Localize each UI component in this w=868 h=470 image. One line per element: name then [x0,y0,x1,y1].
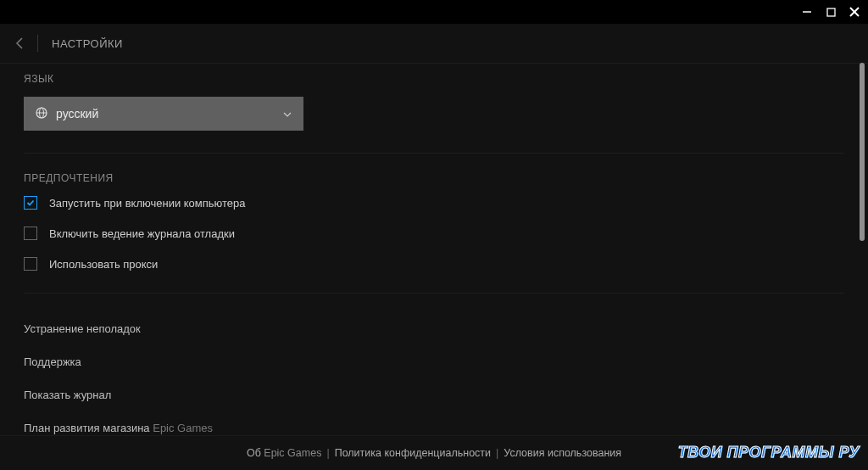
footer-privacy[interactable]: Политика конфиденциальности [335,447,491,459]
pref-debug-log[interactable]: Включить ведение журнала отладки [24,227,844,240]
maximize-button[interactable] [824,5,837,19]
pref-label: Запустить при включении компьютера [49,197,246,210]
titlebar [0,0,868,24]
footer-about[interactable]: Об Epic Games [247,447,321,459]
minimize-button[interactable] [800,5,814,19]
chevron-down-icon [283,109,292,119]
globe-icon [36,107,47,121]
checkbox-proxy[interactable] [24,257,37,271]
link-support[interactable]: Поддержка [24,345,844,378]
checkbox-startup[interactable] [24,196,37,210]
link-roadmap[interactable]: План развития магазина Epic Games [24,411,844,436]
header-divider [37,35,38,52]
pref-run-at-startup[interactable]: Запустить при включении компьютера [24,196,844,210]
page-title: НАСТРОЙКИ [52,37,123,50]
link-troubleshoot[interactable]: Устранение неполадок [24,312,844,345]
footer-terms[interactable]: Условия использования [504,447,621,459]
svg-rect-1 [827,8,835,16]
close-button[interactable] [848,5,861,19]
app-window: НАСТРОЙКИ ЯЗЫК русский ПРЕДПОЧТЕНИЯ [0,0,868,470]
watermark: ТВОИ ПРОГРАММЫ РУ [678,444,860,462]
checkbox-debug[interactable] [24,227,37,240]
scrollbar[interactable] [860,63,865,433]
section-divider [24,153,844,154]
section-divider [24,293,844,294]
link-show-log[interactable]: Показать журнал [24,378,844,411]
back-button[interactable] [15,36,24,50]
pref-label: Использовать прокси [49,258,158,271]
pref-use-proxy[interactable]: Использовать прокси [24,257,844,271]
language-select[interactable]: русский [24,97,303,131]
language-selected-value: русский [56,107,98,120]
preferences-section-label: ПРЕДПОЧТЕНИЯ [24,172,844,184]
language-section-label: ЯЗЫК [24,73,844,85]
pref-label: Включить ведение журнала отладки [49,227,235,240]
page-header: НАСТРОЙКИ [0,24,868,64]
content-area: ЯЗЫК русский ПРЕДПОЧТЕНИЯ Запусти [0,63,868,436]
scroll-thumb[interactable] [860,63,865,241]
